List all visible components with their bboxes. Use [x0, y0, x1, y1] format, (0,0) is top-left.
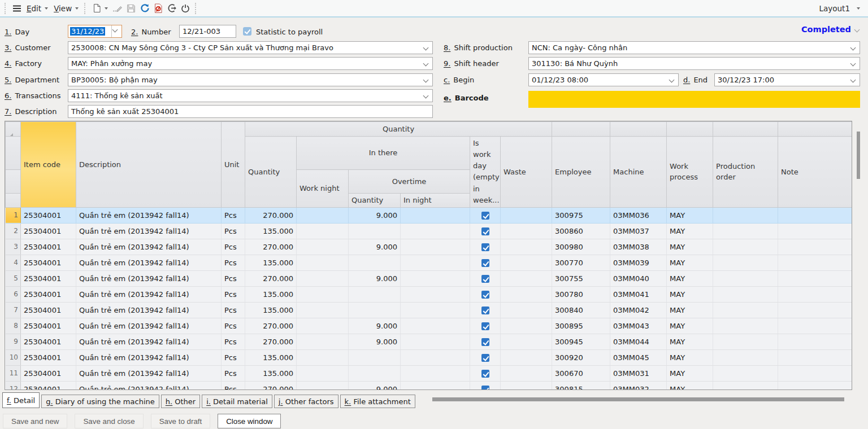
pdf-export-button[interactable] [151, 2, 165, 15]
employee-cell[interactable]: 300755 [552, 270, 610, 286]
unit-cell[interactable]: Pcs [222, 286, 245, 302]
note-cell[interactable] [778, 239, 852, 255]
waste-cell[interactable] [501, 349, 552, 365]
row-number[interactable]: 12 [6, 381, 21, 390]
machine-cell[interactable]: 03MM042 [610, 302, 667, 318]
employee-cell[interactable]: 300945 [552, 334, 610, 349]
employee-cell[interactable]: 300670 [552, 365, 610, 381]
tab-other-factors[interactable]: j. Other factors [274, 395, 338, 408]
unit-cell[interactable]: Pcs [222, 349, 245, 365]
work-process-cell[interactable]: MAY [667, 334, 713, 349]
row-number[interactable]: 6 [6, 286, 21, 302]
new-document-button[interactable] [90, 2, 111, 14]
description-cell[interactable]: Quần trẻ em (2013942 fall14) [76, 318, 222, 334]
toolbar-grip-2[interactable] [84, 3, 87, 14]
item-code-cell[interactable]: 25304001 [21, 207, 76, 223]
overtime-in-night-cell[interactable] [401, 255, 470, 270]
row-number[interactable]: 8 [6, 318, 21, 334]
is-work-day-cell[interactable] [470, 286, 501, 302]
overtime-quantity-cell[interactable]: 9.000 [349, 381, 401, 390]
row-number[interactable]: 4 [6, 255, 21, 270]
view-menu[interactable]: View [51, 3, 81, 14]
quantity-cell[interactable]: 135.000 [245, 286, 297, 302]
unit-cell[interactable]: Pcs [222, 318, 245, 334]
description-cell[interactable]: Quần trẻ em (2013942 fall14) [76, 334, 222, 349]
work-night-cell[interactable] [297, 255, 349, 270]
work-night-cell[interactable] [297, 365, 349, 381]
overtime-quantity-cell[interactable] [349, 286, 401, 302]
is-work-day-checkbox[interactable] [481, 307, 489, 314]
tab-detail[interactable]: f. Detail [2, 392, 40, 408]
quantity-cell[interactable]: 270.000 [245, 270, 297, 286]
unit-cell[interactable]: Pcs [222, 365, 245, 381]
item-code-cell[interactable]: 25304001 [21, 365, 76, 381]
note-cell[interactable] [778, 365, 852, 381]
end-input[interactable]: 30/12/23 17:00 [714, 73, 860, 86]
column-header-quantity[interactable]: Quantity [245, 137, 297, 208]
description-cell[interactable]: Quần trẻ em (2013942 fall14) [76, 286, 222, 302]
is-work-day-cell[interactable] [470, 381, 501, 390]
work-process-cell[interactable]: MAY [667, 223, 713, 239]
employee-cell[interactable]: 300780 [552, 286, 610, 302]
customer-select[interactable]: 2530008: CN May Sông Công 3 - Cty CP Sản… [68, 41, 433, 54]
note-cell[interactable] [778, 334, 852, 349]
is-work-day-cell[interactable] [470, 270, 501, 286]
quantity-cell[interactable]: 135.000 [245, 365, 297, 381]
production-order-cell[interactable] [713, 255, 778, 270]
item-code-cell[interactable]: 25304001 [21, 286, 76, 302]
machine-cell[interactable]: 03MM039 [610, 255, 667, 270]
overtime-quantity-cell[interactable] [349, 302, 401, 318]
overtime-quantity-cell[interactable] [349, 223, 401, 239]
quantity-cell[interactable]: 270.000 [245, 239, 297, 255]
column-header-production-order[interactable]: Production order [713, 137, 778, 208]
waste-cell[interactable] [501, 239, 552, 255]
description-cell[interactable]: Quần trẻ em (2013942 fall14) [76, 302, 222, 318]
work-night-cell[interactable] [297, 239, 349, 255]
band-header-in-there[interactable]: In there [297, 137, 470, 170]
unit-cell[interactable]: Pcs [222, 239, 245, 255]
toolbar-grip[interactable] [5, 3, 7, 14]
employee-cell[interactable]: 300975 [552, 207, 610, 223]
item-code-cell[interactable]: 25304001 [21, 255, 76, 270]
unit-cell[interactable]: Pcs [222, 255, 245, 270]
machine-cell[interactable]: 03MM040 [610, 270, 667, 286]
is-work-day-cell[interactable] [470, 223, 501, 239]
machine-cell[interactable]: 03MM043 [610, 318, 667, 334]
note-cell[interactable] [778, 270, 852, 286]
production-order-cell[interactable] [713, 349, 778, 365]
overtime-in-night-cell[interactable] [401, 223, 470, 239]
overtime-in-night-cell[interactable] [401, 334, 470, 349]
item-code-cell[interactable]: 25304001 [21, 223, 76, 239]
work-night-cell[interactable] [297, 318, 349, 334]
production-order-cell[interactable] [713, 286, 778, 302]
tab-file-attachment[interactable]: k. File attachment [340, 395, 415, 408]
vertical-scrollbar-thumb[interactable] [857, 132, 860, 179]
overtime-quantity-cell[interactable]: 9.000 [349, 270, 401, 286]
is-work-day-checkbox[interactable] [481, 291, 489, 299]
overtime-quantity-cell[interactable]: 9.000 [349, 318, 401, 334]
employee-cell[interactable]: 300815 [552, 381, 610, 390]
horizontal-scrollbar-thumb[interactable] [432, 397, 844, 401]
shift-header-select[interactable]: 301130: Bá Như Quỳnh [528, 57, 860, 70]
production-order-cell[interactable] [713, 207, 778, 223]
description-cell[interactable]: Quần trẻ em (2013942 fall14) [76, 365, 222, 381]
power-button[interactable] [179, 2, 192, 15]
unit-cell[interactable]: Pcs [222, 270, 245, 286]
is-work-day-checkbox[interactable] [481, 386, 489, 390]
document-status[interactable]: Completed [801, 25, 859, 34]
number-input[interactable]: 12/21-003 [179, 25, 236, 38]
quantity-cell[interactable]: 135.000 [245, 223, 297, 239]
description-cell[interactable]: Quần trẻ em (2013942 fall14) [76, 207, 222, 223]
column-header-note[interactable]: Note [778, 137, 852, 208]
production-order-cell[interactable] [713, 365, 778, 381]
column-header-machine[interactable]: Machine [610, 137, 667, 208]
column-header-item-code[interactable]: Item code [21, 122, 76, 208]
save-and-new-button[interactable]: Save and new [3, 414, 67, 428]
band-header-overtime[interactable]: Overtime [349, 170, 470, 194]
description-cell[interactable]: Quần trẻ em (2013942 fall14) [76, 349, 222, 365]
machine-cell[interactable]: 03MM036 [610, 207, 667, 223]
production-order-cell[interactable] [713, 302, 778, 318]
employee-cell[interactable]: 300860 [552, 223, 610, 239]
refresh-button[interactable] [138, 2, 151, 15]
is-work-day-cell[interactable] [470, 207, 501, 223]
